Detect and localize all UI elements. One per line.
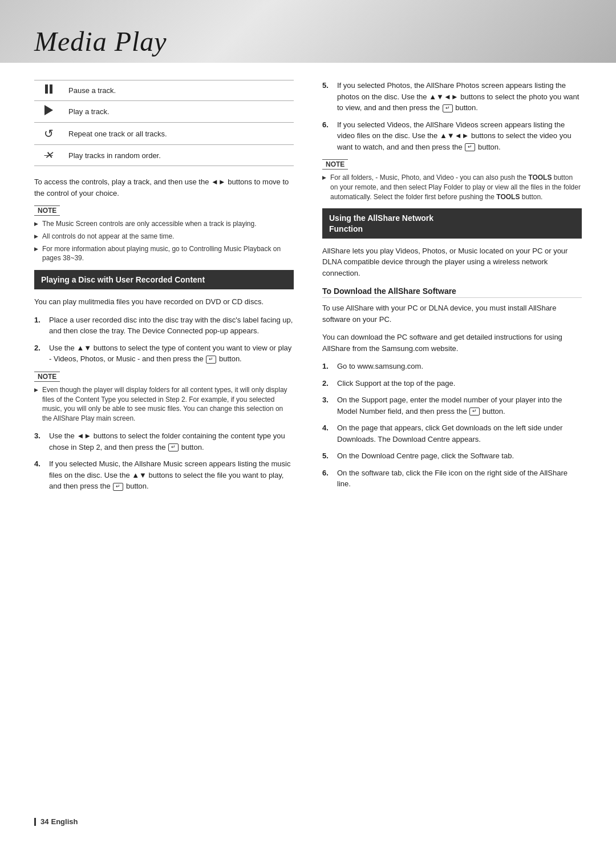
- note-label-2: NOTE: [34, 372, 60, 382]
- table-row: Pause a track.: [34, 80, 294, 101]
- right-section-header: Using the AllShare Network Function: [322, 208, 582, 238]
- footer-number: 34: [40, 817, 48, 826]
- note-box-1: NOTE The Music Screen controls are only …: [34, 205, 294, 263]
- table-row: ↺ Repeat one track or all tracks.: [34, 123, 294, 145]
- shuffle-icon: ✕: [34, 145, 63, 166]
- left-intro-text: To access the controls, play a track, an…: [34, 176, 294, 199]
- note-label-1: NOTE: [34, 205, 60, 216]
- list-item: 1. Go to www.samsung.com.: [322, 361, 582, 372]
- enter-button-icon: [113, 483, 123, 491]
- play-icon: [34, 101, 63, 123]
- list-item: 3. Use the ◄► buttons to select the fold…: [34, 430, 294, 453]
- list-item: 6. If you selected Videos, the AllShare …: [322, 119, 582, 153]
- enter-button-icon: [168, 443, 179, 451]
- list-item: 1. Place a user recorded disc into the d…: [34, 314, 294, 337]
- download-intro-1: To use AllShare with your PC or DLNA dev…: [322, 302, 582, 325]
- page-title: Media Play: [34, 26, 167, 57]
- subsection-title: To Download the AllShare Software: [322, 287, 582, 298]
- right-column: 5. If you selected Photos, the AllShare …: [308, 80, 582, 499]
- note-item: For more information about playing music…: [34, 244, 294, 264]
- enter-button-icon: [443, 104, 453, 112]
- pause-description: Pause a track.: [63, 80, 294, 101]
- table-row: Play a track.: [34, 101, 294, 123]
- left-steps-list: 1. Place a user recorded disc into the d…: [34, 314, 294, 365]
- note-item: The Music Screen controls are only acces…: [34, 219, 294, 229]
- note-item: Even though the player will display fold…: [34, 385, 294, 423]
- note-label-right: NOTE: [322, 159, 348, 170]
- left-column: Pause a track. Play a track. ↺ Repeat on…: [34, 80, 308, 499]
- enter-button-icon: [469, 408, 480, 416]
- list-item: 6. On the software tab, click the File i…: [322, 467, 582, 490]
- icon-table: Pause a track. Play a track. ↺ Repeat on…: [34, 80, 294, 166]
- footer: 34 English: [34, 817, 78, 826]
- left-section-body: You can play mulitmedia files you have r…: [34, 296, 294, 308]
- left-steps-list-2: 3. Use the ◄► buttons to select the fold…: [34, 430, 294, 492]
- pause-icon: [34, 80, 63, 101]
- note-item: All controls do not appear at the same t…: [34, 232, 294, 241]
- note-box-right: NOTE For all folders, - Music, Photo, an…: [322, 159, 582, 201]
- right-download-steps: 1. Go to www.samsung.com. 2. Click Suppo…: [322, 361, 582, 490]
- note-list-right: For all folders, - Music, Photo, and Vid…: [322, 173, 582, 201]
- list-item: 3. On the Support page, enter the model …: [322, 394, 582, 417]
- list-item: 2. Use the ▲▼ buttons to select the type…: [34, 342, 294, 365]
- shuffle-description: Play tracks in random order.: [63, 145, 294, 166]
- note-list-2: Even though the player will display fold…: [34, 385, 294, 423]
- left-section-header: Playing a Disc with User Recorded Conten…: [34, 270, 294, 289]
- header-banner: Media Play: [0, 0, 616, 63]
- right-steps-top: 5. If you selected Photos, the AllShare …: [322, 80, 582, 152]
- list-item: 5. If you selected Photos, the AllShare …: [322, 80, 582, 114]
- repeat-icon: ↺: [34, 123, 63, 145]
- enter-button-icon: [206, 356, 216, 364]
- allshare-body: AllShare lets you play Videos, Photos, o…: [322, 245, 582, 279]
- footer-lang: English: [51, 817, 78, 826]
- repeat-description: Repeat one track or all tracks.: [63, 123, 294, 145]
- table-row: ✕ Play tracks in random order.: [34, 145, 294, 166]
- note-item: For all folders, - Music, Photo, and Vid…: [322, 173, 582, 201]
- enter-button-icon: [465, 143, 475, 151]
- list-item: 4. If you selected Music, the Allshare M…: [34, 458, 294, 492]
- list-item: 4. On the page that appears, click Get d…: [322, 422, 582, 445]
- list-item: 5. On the Download Centre page, click th…: [322, 450, 582, 462]
- footer-bar: [34, 818, 36, 826]
- list-item: 2. Click Support at the top of the page.: [322, 378, 582, 389]
- download-intro-2: You can download the PC software and get…: [322, 332, 582, 354]
- note-list-1: The Music Screen controls are only acces…: [34, 219, 294, 263]
- note-box-2: NOTE Even though the player will display…: [34, 372, 294, 423]
- play-description: Play a track.: [63, 101, 294, 123]
